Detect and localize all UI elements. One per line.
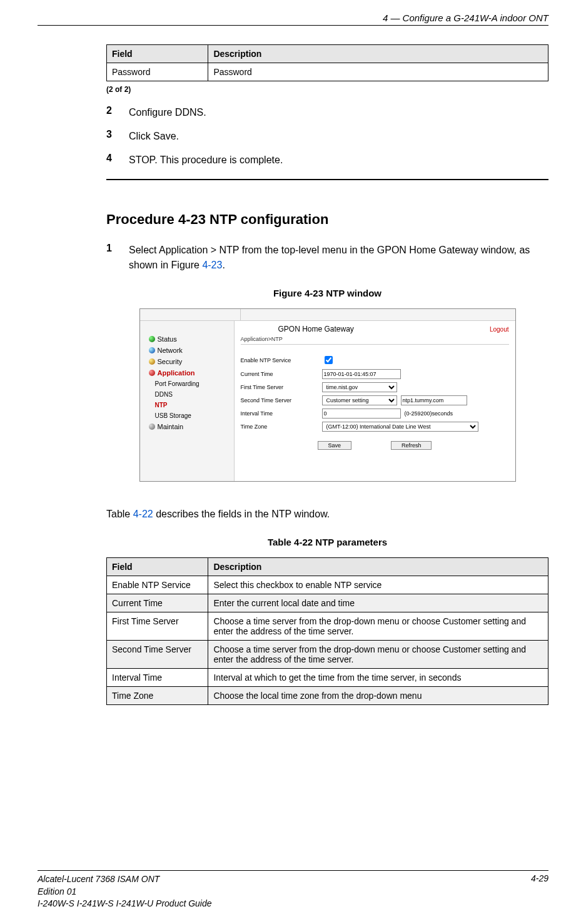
sidebar-item-ddns[interactable]: DDNS xyxy=(140,389,234,400)
step-text: Click Save. xyxy=(129,129,548,144)
step-number: 2 xyxy=(106,105,115,120)
sidebar-item-ntp[interactable]: NTP xyxy=(140,400,234,410)
table-intro-text: Table 4-22 describes the fields in the N… xyxy=(106,507,548,522)
table-row: Interval TimeInterval at which to get th… xyxy=(107,669,548,687)
separator xyxy=(106,179,548,180)
interval-input[interactable] xyxy=(322,409,401,419)
footer-guide: I-240W-S I-241W-S I-241W-U Product Guide xyxy=(38,898,212,908)
cell-desc: Select this checkbox to enable NTP servi… xyxy=(208,576,548,594)
ntp-parameters-table: Field Description Enable NTP ServiceSele… xyxy=(106,557,548,705)
footer-edition: Edition 01 xyxy=(38,886,76,896)
security-icon xyxy=(149,358,155,365)
table-row: First Time ServerChoose a time server fr… xyxy=(107,612,548,641)
current-time-label: Current Time xyxy=(241,371,322,377)
interval-hint: (0-259200)seconds xyxy=(405,410,453,417)
step-item: 4 STOP. This procedure is complete. xyxy=(106,153,548,168)
table-row: Time ZoneChoose the local time zone from… xyxy=(107,687,548,705)
cell-desc: Password xyxy=(208,63,548,81)
ntp-window-figure: Status Network Security Application Port… xyxy=(139,308,516,482)
cell-desc: Choose the local time zone from the drop… xyxy=(208,687,548,705)
sidebar-item-port-forwarding[interactable]: Port Forwarding xyxy=(140,378,234,389)
sidebar-item-security[interactable]: Security xyxy=(140,356,234,367)
table-caption: Table 4-22 NTP parameters xyxy=(106,537,548,547)
step-text: STOP. This procedure is complete. xyxy=(129,153,548,168)
refresh-button[interactable]: Refresh xyxy=(391,441,432,450)
page-title: GPON Home Gateway xyxy=(278,325,354,333)
save-button[interactable]: Save xyxy=(318,441,352,450)
sidebar-item-maintain[interactable]: Maintain xyxy=(140,421,234,432)
step-number: 4 xyxy=(106,153,115,168)
second-server-label: Second Time Server xyxy=(241,397,322,404)
col-field: Field xyxy=(107,558,208,576)
cell-desc: Interval at which to get the time from t… xyxy=(208,669,548,687)
cell-desc: Enter the current local date and time xyxy=(208,594,548,612)
table-link[interactable]: 4-22 xyxy=(133,509,153,519)
sidebar-item-application[interactable]: Application xyxy=(140,367,234,378)
step-number: 3 xyxy=(106,129,115,144)
cell-field: Current Time xyxy=(107,594,208,612)
first-server-select[interactable]: time.nist.gov xyxy=(322,382,397,392)
step-text: Select Application > NTP from the top-le… xyxy=(129,243,548,273)
table-row: Current TimeEnter the current local date… xyxy=(107,594,548,612)
page-footer: Alcatel-Lucent 7368 ISAM ONT Edition 01 … xyxy=(38,870,548,910)
timezone-select[interactable]: (GMT-12:00) International Date Line West xyxy=(322,422,478,432)
step-item: 3 Click Save. xyxy=(106,129,548,144)
current-time-input[interactable] xyxy=(322,369,401,379)
application-icon xyxy=(149,370,155,376)
step-text: Configure DDNS. xyxy=(129,105,548,120)
sidebar-item-usb-storage[interactable]: USB Storage xyxy=(140,410,234,421)
breadcrumb: Application>NTP xyxy=(241,336,509,345)
sidebar-item-status[interactable]: Status xyxy=(140,333,234,345)
col-desc: Description xyxy=(208,558,548,576)
sidebar-item-network[interactable]: Network xyxy=(140,345,234,356)
status-icon xyxy=(149,336,155,342)
page-number: 4-29 xyxy=(531,873,548,910)
cell-desc: Choose a time server from the drop-down … xyxy=(208,612,548,641)
procedure-heading: Procedure 4-23 NTP configuration xyxy=(106,211,548,228)
interval-label: Interval Time xyxy=(241,410,322,417)
first-server-label: First Time Server xyxy=(241,384,322,390)
cell-field: Time Zone xyxy=(107,687,208,705)
step-number: 1 xyxy=(106,243,115,273)
running-header: 4 — Configure a G-241W-A indoor ONT xyxy=(38,13,548,26)
enable-ntp-checkbox[interactable] xyxy=(325,356,333,364)
second-server-input[interactable] xyxy=(401,395,467,405)
second-server-select[interactable]: Customer setting xyxy=(322,395,397,405)
step-item: 1 Select Application > NTP from the top-… xyxy=(106,243,548,273)
figure-caption: Figure 4-23 NTP window xyxy=(106,288,548,298)
table-row: Second Time ServerChoose a time server f… xyxy=(107,641,548,669)
step-item: 2 Configure DDNS. xyxy=(106,105,548,120)
cell-field: Second Time Server xyxy=(107,641,208,669)
col-desc: Description xyxy=(208,45,548,63)
timezone-label: Time Zone xyxy=(241,424,322,430)
enable-ntp-label: Enable NTP Service xyxy=(241,357,322,363)
maintain-icon xyxy=(149,424,155,430)
col-field: Field xyxy=(107,45,208,63)
cell-field: Password xyxy=(107,63,208,81)
cell-field: Interval Time xyxy=(107,669,208,687)
cell-field: Enable NTP Service xyxy=(107,576,208,594)
sidebar: Status Network Security Application Port… xyxy=(140,321,235,481)
window-titlebar xyxy=(140,309,515,321)
table-row: Password Password xyxy=(107,63,548,81)
password-table: Field Description Password Password xyxy=(106,44,548,81)
network-icon xyxy=(149,347,155,353)
cell-desc: Choose a time server from the drop-down … xyxy=(208,641,548,669)
cell-field: First Time Server xyxy=(107,612,208,641)
table-note: (2 of 2) xyxy=(106,85,548,94)
footer-product: Alcatel-Lucent 7368 ISAM ONT xyxy=(38,874,159,884)
logout-link[interactable]: Logout xyxy=(490,326,509,333)
figure-link[interactable]: 4-23 xyxy=(202,260,222,270)
table-row: Enable NTP ServiceSelect this checkbox t… xyxy=(107,576,548,594)
